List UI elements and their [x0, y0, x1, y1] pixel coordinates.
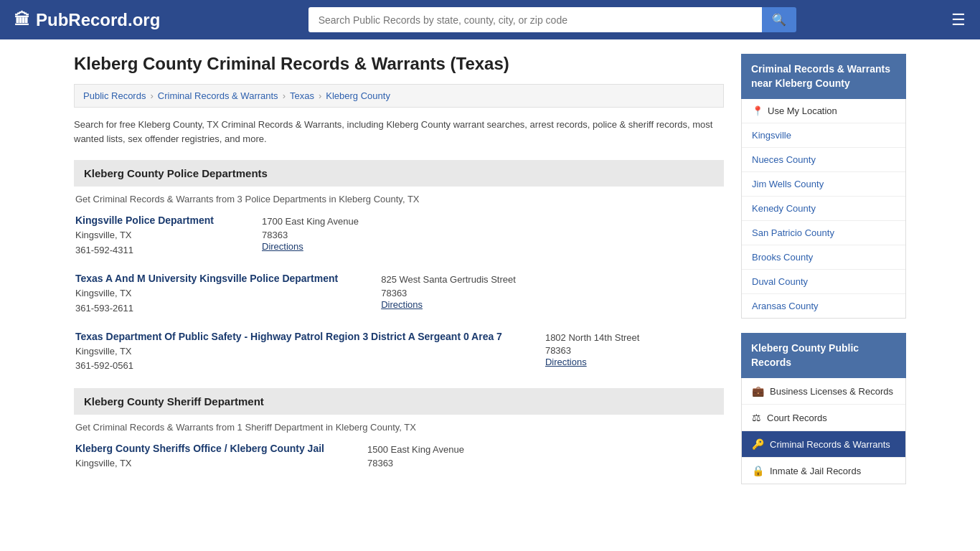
sidebar-item-jimwells[interactable]: Jim Wells County — [742, 172, 905, 197]
sheriff-dept-city-1: Kingsville, TX — [75, 456, 324, 471]
breadcrumb-criminal-records[interactable]: Criminal Records & Warrants — [158, 90, 278, 101]
business-licenses-label: Business Licenses & Records — [770, 386, 893, 397]
content-area: Kleberg County Criminal Records & Warran… — [74, 54, 724, 490]
sidebar-item-aransas[interactable]: Aransas County — [742, 294, 905, 318]
sidebar-item-kingsville[interactable]: Kingsville — [742, 123, 905, 148]
sidebar: Criminal Records & Warrants near Kleberg… — [741, 54, 906, 490]
police-section-desc: Get Criminal Records & Warrants from 3 P… — [74, 194, 724, 204]
main-container: Kleberg County Criminal Records & Warran… — [60, 39, 920, 504]
dept-name-2: Texas A And M University Kingsville Poli… — [75, 273, 338, 284]
sidebar-nearby-list: 📍 Use My Location Kingsville Nueces Coun… — [741, 99, 906, 319]
dept-entry-3: Texas Department Of Public Safety - High… — [74, 331, 724, 372]
sidebar-item-brooks[interactable]: Brooks County — [742, 245, 905, 270]
breadcrumb-sep-3: › — [319, 90, 321, 101]
dept-phone-2: 361-593-2611 — [75, 303, 338, 314]
breadcrumb-sep-2: › — [283, 90, 286, 101]
dept-addr-1: 1700 East King Avenue — [262, 215, 405, 230]
sidebar-item-sanpatricio[interactable]: San Patricio County — [742, 221, 905, 245]
dept-city-3: Kingsville, TX — [75, 344, 502, 359]
page-description: Search for free Kleberg County, TX Crimi… — [74, 118, 724, 146]
dept-entry-1: Kingsville Police Department Kingsville,… — [74, 215, 724, 255]
hamburger-menu[interactable]: ☰ — [951, 11, 966, 29]
scales-icon: ⚖ — [752, 412, 761, 423]
court-records-label: Court Records — [767, 413, 827, 423]
sheriff-dept-zip-1: 78363 — [367, 458, 511, 468]
sidebar-business-licenses[interactable]: 💼 Business Licenses & Records — [742, 378, 905, 405]
dept-city-1: Kingsville, TX — [75, 228, 219, 243]
inmate-records-label: Inmate & Jail Records — [770, 466, 861, 476]
key-icon: 🔑 — [752, 438, 764, 450]
briefcase-icon: 💼 — [752, 385, 764, 397]
dept-phone-1: 361-592-4311 — [75, 245, 219, 255]
dept-name-1: Kingsville Police Department — [75, 215, 219, 226]
sidebar-item-kenedy[interactable]: Kenedy County — [742, 197, 905, 221]
sidebar-court-records[interactable]: ⚖ Court Records — [742, 405, 905, 431]
dept-addr-3: 1802 North 14th Street — [545, 331, 689, 346]
sheriff-section-desc: Get Criminal Records & Warrants from 1 S… — [74, 422, 724, 433]
sidebar-use-location[interactable]: 📍 Use My Location — [742, 99, 905, 123]
sheriff-dept-entry-1: Kleberg County Sheriffs Office / Kleberg… — [74, 443, 724, 473]
logo[interactable]: 🏛 PubRecord.org — [14, 10, 160, 30]
page-title: Kleberg County Criminal Records & Warran… — [74, 54, 724, 74]
dept-zip-1: 78363 — [262, 230, 405, 240]
dept-city-2: Kingsville, TX — [75, 286, 338, 301]
dept-zip-2: 78363 — [381, 288, 524, 298]
sidebar-item-duval[interactable]: Duval County — [742, 270, 905, 294]
sheriff-dept-addr-1: 1500 East King Avenue — [367, 443, 511, 458]
sidebar-inmate-records[interactable]: 🔒 Inmate & Jail Records — [742, 458, 905, 484]
sheriff-section-header: Kleberg County Sheriff Department — [74, 388, 724, 415]
search-input[interactable] — [308, 7, 762, 32]
criminal-records-label: Criminal Records & Warrants — [770, 439, 890, 450]
logo-icon: 🏛 — [14, 11, 30, 29]
dept-addr-2: 825 West Santa Gertrudis Street — [381, 273, 524, 288]
breadcrumb-kleberg[interactable]: Kleberg County — [326, 90, 390, 101]
sidebar-item-nueces[interactable]: Nueces County — [742, 148, 905, 172]
sidebar-nearby-title: Criminal Records & Warrants near Kleberg… — [741, 54, 906, 99]
breadcrumb: Public Records › Criminal Records & Warr… — [74, 84, 724, 108]
site-header: 🏛 PubRecord.org 🔍 ☰ — [0, 0, 980, 39]
breadcrumb-texas[interactable]: Texas — [290, 90, 314, 101]
lock-icon: 🔒 — [752, 465, 764, 476]
directions-link-3[interactable]: Directions — [545, 357, 587, 367]
sidebar-criminal-records[interactable]: 🔑 Criminal Records & Warrants — [742, 431, 905, 458]
location-pin-icon: 📍 — [752, 105, 763, 116]
breadcrumb-public-records[interactable]: Public Records — [83, 90, 146, 101]
directions-link-1[interactable]: Directions — [262, 241, 303, 252]
dept-zip-3: 78363 — [545, 345, 689, 356]
sheriff-dept-name-1: Kleberg County Sheriffs Office / Kleberg… — [75, 443, 324, 454]
sidebar-public-records-title: Kleberg County Public Records — [741, 333, 906, 378]
search-button[interactable]: 🔍 — [762, 7, 796, 32]
police-section-header: Kleberg County Police Departments — [74, 160, 724, 187]
dept-phone-3: 361-592-0561 — [75, 360, 502, 371]
dept-name-3: Texas Department Of Public Safety - High… — [75, 331, 502, 342]
breadcrumb-sep-1: › — [150, 90, 153, 101]
sidebar-public-records-list: 💼 Business Licenses & Records ⚖ Court Re… — [741, 378, 906, 484]
dept-entry-2: Texas A And M University Kingsville Poli… — [74, 273, 724, 314]
search-bar: 🔍 — [308, 7, 796, 32]
logo-text: PubRecord.org — [36, 10, 160, 30]
directions-link-2[interactable]: Directions — [381, 299, 423, 310]
use-location-label: Use My Location — [768, 105, 837, 116]
